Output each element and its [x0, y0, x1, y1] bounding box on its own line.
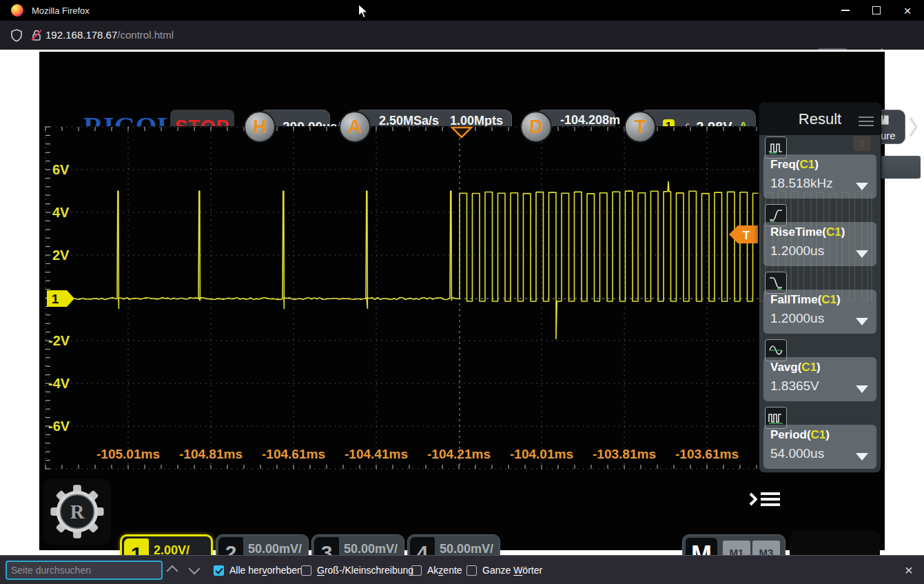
- trigger-knob[interactable]: T: [624, 111, 656, 143]
- time-label: -105.01ms: [87, 447, 170, 462]
- result-value: 1.2000us: [770, 311, 870, 326]
- result-value: 1.8365V: [770, 379, 870, 394]
- result-item-freq[interactable]: Freq(C1) 18.518kHz: [763, 137, 876, 200]
- oscilloscope-app: RIGOL STOP H 200.00µs/ A 2.50MSa/s Norm …: [39, 52, 885, 550]
- result-dropdown-icon[interactable]: [856, 385, 868, 393]
- shield-icon[interactable]: [10, 28, 23, 42]
- find-previous-icon[interactable]: [167, 565, 178, 577]
- find-option-accents[interactable]: Akzente: [411, 556, 462, 584]
- rigol-gear-button[interactable]: R: [43, 479, 111, 545]
- result-value: 54.000us: [770, 446, 870, 461]
- result-dropdown-icon[interactable]: [856, 318, 868, 325]
- svg-text:R: R: [70, 501, 85, 523]
- result-item-risetime[interactable]: RiseTime(C1) 1.2000us: [763, 204, 876, 268]
- insecure-lock-icon[interactable]: [30, 28, 43, 42]
- checkbox-icon[interactable]: [466, 565, 477, 576]
- time-label: -104.41ms: [335, 447, 418, 462]
- delay-knob[interactable]: D: [520, 111, 552, 143]
- mouse-cursor: [358, 3, 369, 19]
- acquire-knob[interactable]: A: [339, 111, 371, 143]
- volt-label: -4V: [48, 376, 80, 391]
- channel-scale: 50.00mV/: [344, 542, 398, 556]
- minimize-button[interactable]: [835, 3, 856, 18]
- time-label: -104.21ms: [418, 447, 500, 462]
- time-label: -104.01ms: [500, 447, 583, 462]
- time-label: -103.61ms: [666, 447, 748, 462]
- time-label: -104.81ms: [170, 447, 252, 462]
- time-label: -103.81ms: [583, 447, 666, 462]
- expand-menu-icon[interactable]: [749, 486, 786, 512]
- url-display[interactable]: 192.168.178.67/control.html: [45, 29, 174, 41]
- volt-label: -2V: [48, 333, 80, 348]
- result-item-period[interactable]: Period(C1) 54.000us: [763, 407, 876, 470]
- result-dropdown-icon[interactable]: [856, 250, 868, 258]
- find-option-highlight-all[interactable]: Alle hervorheben: [214, 556, 302, 584]
- find-search-input[interactable]: [6, 561, 163, 580]
- channel-scale: 50.00mV/: [440, 542, 493, 556]
- volt-label: 6V: [52, 162, 84, 177]
- result-menu-icon[interactable]: [859, 114, 874, 129]
- horizontal-knob[interactable]: H: [244, 111, 276, 143]
- window-title: Mozilla Firefox: [32, 6, 90, 16]
- url-path: /control.html: [117, 29, 174, 41]
- result-panel-header[interactable]: Result: [759, 103, 881, 135]
- find-close-icon[interactable]: ×: [905, 562, 913, 578]
- maximize-button[interactable]: [866, 3, 887, 18]
- firefox-logo-icon: [11, 4, 23, 17]
- volt-label: 2V: [52, 248, 84, 263]
- waveform-plot: T 1 T: [43, 126, 881, 472]
- result-dropdown-icon[interactable]: [856, 183, 868, 190]
- result-dropdown-icon[interactable]: [856, 453, 868, 461]
- nav-right-icon[interactable]: [908, 116, 919, 138]
- volt-label: 4V: [52, 205, 84, 220]
- result-value: 18.518kHz: [770, 176, 870, 191]
- find-next-icon[interactable]: [189, 563, 201, 575]
- checkbox-icon[interactable]: [301, 565, 311, 576]
- result-panel: Result Freq(C1) 18.518kHz RiseTime(C1) 1…: [759, 102, 881, 473]
- address-toolbar[interactable]: 192.168.178.67/control.html 120%: [0, 21, 924, 50]
- result-item-falltime[interactable]: FallTime(C1) 1.2000us: [763, 272, 876, 335]
- find-bar: Alle hervorheben Groß-/Kleinschreibung A…: [0, 555, 924, 584]
- result-value: 1.2000us: [770, 243, 870, 259]
- checkbox-checked-icon[interactable]: [214, 565, 224, 576]
- find-option-whole-words[interactable]: Ganze Wörter: [466, 556, 542, 584]
- delay-value: -104.208m: [560, 113, 615, 128]
- url-host: 192.168.178.67: [45, 29, 117, 41]
- window-titlebar: Mozilla Firefox ×: [0, 0, 924, 21]
- gear-logo-icon: R: [48, 483, 106, 541]
- channel-scale: 50.00mV/: [248, 542, 302, 556]
- time-label: -104.61ms: [252, 447, 335, 462]
- find-option-match-case[interactable]: Groß-/Kleinschreibung: [301, 556, 413, 584]
- svg-text:T: T: [743, 229, 750, 242]
- result-item-vavg[interactable]: Vavg(C1) 1.8365V: [763, 339, 876, 403]
- checkbox-icon[interactable]: [411, 565, 422, 576]
- close-button[interactable]: ×: [897, 3, 918, 18]
- svg-text:1: 1: [52, 292, 59, 306]
- volt-label: -6V: [48, 419, 80, 434]
